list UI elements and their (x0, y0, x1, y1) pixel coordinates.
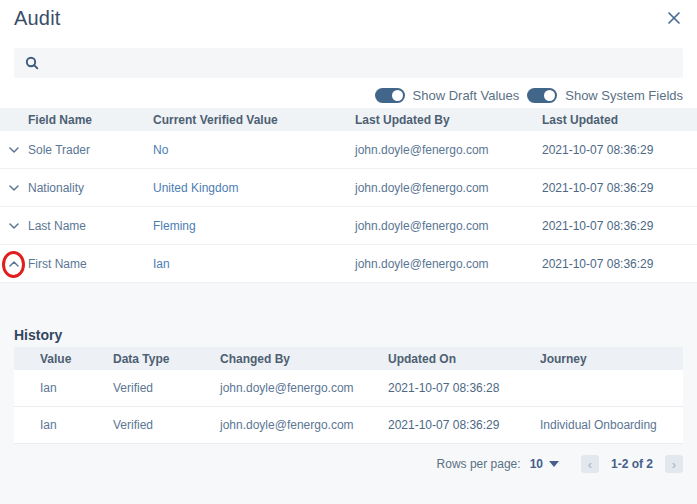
col-header-updated-on: Updated On (388, 352, 540, 366)
previous-page-button[interactable]: ‹ (581, 455, 599, 473)
updated-on-cell: 2021-10-07 08:36:29 (388, 418, 540, 432)
audit-dialog: Audit Show Draft Values Show System Fiel… (0, 0, 697, 504)
col-header-data-type: Data Type (113, 352, 220, 366)
current-value-cell: Fleming (153, 219, 355, 233)
current-value-cell: No (153, 143, 355, 157)
updated-on-cell: 2021-10-07 08:36:28 (388, 381, 540, 395)
close-icon[interactable] (665, 9, 683, 27)
collapse-chevron-up-icon[interactable] (0, 245, 28, 282)
last-updated-by-cell: john.doyle@fenergo.com (355, 181, 542, 195)
history-row: Ian Verified john.doyle@fenergo.com 2021… (14, 370, 683, 407)
table-row-first-name[interactable]: First Name Ian john.doyle@fenergo.com 20… (0, 245, 697, 283)
show-system-fields-label: Show System Fields (565, 88, 683, 103)
rows-per-page-value[interactable]: 10 (530, 457, 543, 471)
expand-chevron-down-icon[interactable] (0, 131, 28, 168)
changed-by-cell: john.doyle@fenergo.com (220, 381, 388, 395)
toggle-knob (392, 90, 403, 101)
rows-per-page-caret-down-icon[interactable] (549, 461, 559, 467)
history-expanded-panel: Show Draft Values Show System Fields His… (0, 283, 697, 504)
col-header-value: Value (40, 352, 113, 366)
col-header-current-verified-value: Current Verified Value (153, 113, 355, 127)
last-updated-cell: 2021-10-07 08:36:29 (542, 219, 697, 233)
show-system-fields-toggle[interactable] (527, 88, 557, 103)
field-name-cell: Sole Trader (28, 143, 153, 157)
rows-per-page-label: Rows per page: (437, 457, 521, 471)
table-row-sole-trader[interactable]: Sole Trader No john.doyle@fenergo.com 20… (0, 131, 697, 169)
value-cell: Ian (40, 381, 113, 395)
audit-table: Field Name Current Verified Value Last U… (0, 108, 697, 283)
col-header-last-updated-by: Last Updated By (355, 113, 542, 127)
page-title: Audit (14, 7, 61, 30)
expand-chevron-down-icon[interactable] (0, 169, 28, 206)
filters-row-top: Show Draft Values Show System Fields (375, 86, 683, 104)
last-updated-cell: 2021-10-07 08:36:29 (542, 257, 697, 271)
value-cell: Ian (40, 418, 113, 432)
search-icon (25, 56, 39, 70)
data-type-cell: Verified (113, 381, 220, 395)
expand-chevron-down-icon[interactable] (0, 207, 28, 244)
show-draft-values-label: Show Draft Values (413, 88, 520, 103)
search-input[interactable] (48, 55, 672, 72)
pagination: Rows per page: 10 ‹ 1-2 of 2 › (437, 455, 683, 473)
toggle-knob (544, 90, 555, 101)
audit-table-header: Field Name Current Verified Value Last U… (0, 108, 697, 131)
current-value-cell: United Kingdom (153, 181, 355, 195)
table-row-nationality[interactable]: Nationality United Kingdom john.doyle@fe… (0, 169, 697, 207)
next-page-button[interactable]: › (665, 455, 683, 473)
col-header-last-updated: Last Updated (542, 113, 697, 127)
col-header-journey: Journey (540, 352, 683, 366)
col-header-field-name: Field Name (28, 113, 153, 127)
last-updated-cell: 2021-10-07 08:36:29 (542, 181, 697, 195)
last-updated-by-cell: john.doyle@fenergo.com (355, 257, 542, 271)
last-updated-by-cell: john.doyle@fenergo.com (355, 219, 542, 233)
col-header-changed-by: Changed By (220, 352, 388, 366)
history-table-header: Value Data Type Changed By Updated On Jo… (14, 347, 683, 370)
current-value-cell: Ian (153, 257, 355, 271)
table-row-last-name[interactable]: Last Name Fleming john.doyle@fenergo.com… (0, 207, 697, 245)
search-bar[interactable] (14, 48, 683, 78)
history-row: Ian Verified john.doyle@fenergo.com 2021… (14, 407, 683, 444)
history-table: Value Data Type Changed By Updated On Jo… (14, 347, 683, 444)
data-type-cell: Verified (113, 418, 220, 432)
field-name-cell: Last Name (28, 219, 153, 233)
show-draft-values-toggle[interactable] (375, 88, 405, 103)
field-name-cell: First Name (28, 257, 153, 271)
journey-cell: Individual Onboarding (540, 418, 683, 432)
page-range-label: 1-2 of 2 (611, 457, 653, 471)
changed-by-cell: john.doyle@fenergo.com (220, 418, 388, 432)
history-heading: History (14, 327, 62, 343)
field-name-cell: Nationality (28, 181, 153, 195)
last-updated-cell: 2021-10-07 08:36:29 (542, 143, 697, 157)
last-updated-by-cell: john.doyle@fenergo.com (355, 143, 542, 157)
